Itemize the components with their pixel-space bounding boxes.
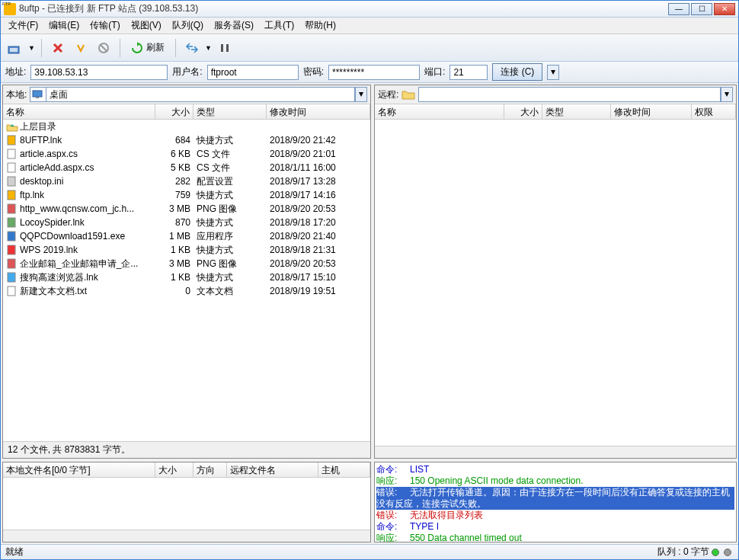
refresh-label: 刷新 xyxy=(146,41,165,54)
disconnect-icon[interactable] xyxy=(48,38,68,58)
svg-rect-8 xyxy=(8,149,15,158)
log-pane[interactable]: 命令:LIST响应:150 Opening ASCII mode data co… xyxy=(374,462,737,542)
queue-list[interactable] xyxy=(3,478,370,530)
remote-file-list[interactable] xyxy=(375,120,736,446)
parent-dir[interactable]: 上层目录 xyxy=(3,120,370,133)
log-line: 错误:无法取得目录列表 xyxy=(376,510,734,521)
maximize-button[interactable]: ☐ xyxy=(691,3,712,15)
local-path-input[interactable] xyxy=(46,87,355,102)
reconnect-icon[interactable] xyxy=(71,38,91,58)
remote-path-input[interactable] xyxy=(418,87,721,102)
abort-icon[interactable] xyxy=(94,38,114,58)
file-row[interactable]: http_www.qcnsw.com_jc.h...3 MBPNG 图像2018… xyxy=(3,202,370,216)
col-size[interactable]: 大小 xyxy=(504,104,542,119)
col-remotename[interactable]: 远程文件名 xyxy=(227,462,318,477)
col-type[interactable]: 类型 xyxy=(542,104,611,119)
svg-rect-9 xyxy=(8,163,15,172)
connect-icon[interactable] xyxy=(5,38,25,58)
window-title: 8uftp - 已连接到 新 FTP 站点 (39.108.53.13) xyxy=(19,2,668,15)
remote-path-dropdown[interactable]: ▾ xyxy=(721,87,733,102)
minimize-button[interactable]: — xyxy=(668,3,689,15)
pause-icon[interactable] xyxy=(215,38,235,58)
menu-item[interactable]: 文件(F) xyxy=(4,18,43,34)
svg-rect-5 xyxy=(33,91,42,97)
file-row[interactable]: WPS 2019.lnk1 KB快捷方式2018/9/18 21:31 xyxy=(3,243,370,257)
svg-rect-3 xyxy=(221,44,223,52)
file-row[interactable]: 新建文本文档.txt0文本文档2018/9/19 19:51 xyxy=(3,284,370,298)
password-input[interactable] xyxy=(328,65,420,80)
menu-item[interactable]: 帮助(H) xyxy=(300,18,341,34)
file-row[interactable]: LocoySpider.lnk870快捷方式2018/9/18 17:20 xyxy=(3,216,370,229)
log-line: 错误:无法打开传输通道。原因：由于连接方在一段时间后没有正确答复或连接的主机没有… xyxy=(376,487,734,510)
col-size[interactable]: 大小 xyxy=(155,462,194,477)
connect-dropdown[interactable]: ▾ xyxy=(547,65,559,80)
led-idle-icon xyxy=(724,549,731,556)
refresh-button[interactable]: 刷新 xyxy=(126,40,169,56)
svg-rect-4 xyxy=(226,44,229,52)
col-type[interactable]: 类型 xyxy=(194,104,267,119)
log-line: 命令:TYPE I xyxy=(376,521,734,533)
status-queue: 队列 : 0 字节 xyxy=(657,546,709,558)
menu-item[interactable]: 队列(Q) xyxy=(168,18,208,34)
svg-rect-14 xyxy=(8,232,15,241)
col-name[interactable]: 名称 xyxy=(375,104,504,119)
svg-rect-15 xyxy=(8,245,15,254)
local-path-dropdown[interactable]: ▾ xyxy=(355,87,367,102)
svg-rect-13 xyxy=(8,218,15,227)
col-perm[interactable]: 权限 xyxy=(692,104,736,119)
port-label: 端口: xyxy=(424,66,445,78)
folder-icon xyxy=(401,88,415,101)
col-mtime[interactable]: 修改时间 xyxy=(267,104,370,119)
svg-rect-18 xyxy=(8,286,15,296)
status-ready: 就绪 xyxy=(5,546,24,558)
connect-button[interactable]: 连接 (C) xyxy=(492,63,542,81)
col-mtime[interactable]: 修改时间 xyxy=(611,104,692,119)
svg-rect-7 xyxy=(8,136,15,145)
col-dir[interactable]: 方向 xyxy=(194,462,227,477)
svg-rect-16 xyxy=(8,259,15,268)
queue-pane: 本地文件名[0/0 字节] 大小 方向 远程文件名 主机 xyxy=(2,462,371,542)
menu-item[interactable]: 传输(T) xyxy=(85,18,124,34)
led-connected-icon xyxy=(712,549,719,556)
password-label: 密码: xyxy=(303,66,324,78)
col-localname[interactable]: 本地文件名[0/0 字节] xyxy=(3,462,155,477)
menu-item[interactable]: 服务器(S) xyxy=(210,18,258,34)
local-list-header: 名称 大小 类型 修改时间 xyxy=(3,104,370,120)
svg-rect-11 xyxy=(8,190,15,200)
connection-bar: 地址: 用户名: 密码: 端口: 连接 (C) ▾ xyxy=(1,62,738,83)
local-label: 本地: xyxy=(6,88,27,101)
dropdown-icon[interactable]: ▼ xyxy=(205,44,212,52)
file-row[interactable]: 8UFTP.lnk684快捷方式2018/9/20 21:42 xyxy=(3,133,370,147)
app-icon xyxy=(4,3,16,15)
svg-rect-12 xyxy=(8,204,15,213)
queue-scroll-h[interactable] xyxy=(3,530,370,542)
refresh-icon xyxy=(131,42,143,54)
remote-label: 远程: xyxy=(378,88,398,101)
remote-scroll-h[interactable] xyxy=(375,446,736,458)
file-row[interactable]: desktop.ini282配置设置2018/9/17 13:28 xyxy=(3,174,370,188)
statusbar: 就绪 队列 : 0 字节 xyxy=(1,544,738,559)
file-row[interactable]: article.aspx.cs6 KBCS 文件2018/9/20 21:01 xyxy=(3,147,370,161)
transfer-mode-icon[interactable] xyxy=(182,38,202,58)
file-row[interactable]: QQPCDownload1591.exe1 MB应用程序2018/9/20 21… xyxy=(3,229,370,243)
log-line: 命令:LIST xyxy=(376,464,734,475)
desktop-icon xyxy=(32,89,44,100)
toolbar: ▼ 刷新 ▼ xyxy=(1,34,738,62)
file-row[interactable]: 搜狗高速浏览器.lnk1 KB快捷方式2018/9/17 15:10 xyxy=(3,270,370,284)
username-input[interactable] xyxy=(207,65,299,80)
menu-item[interactable]: 编辑(E) xyxy=(44,18,84,34)
close-button[interactable]: ✕ xyxy=(714,3,735,15)
menu-item[interactable]: 工具(T) xyxy=(260,18,299,34)
file-row[interactable]: 企业邮箱_企业邮箱申请_企...3 MBPNG 图像2018/9/20 20:5… xyxy=(3,257,370,270)
port-input[interactable] xyxy=(449,65,488,80)
local-file-list[interactable]: 上层目录8UFTP.lnk684快捷方式2018/9/20 21:42artic… xyxy=(3,120,370,441)
col-name[interactable]: 名称 xyxy=(3,104,155,119)
col-size[interactable]: 大小 xyxy=(155,104,194,119)
dropdown-icon[interactable]: ▼ xyxy=(28,44,35,52)
col-host[interactable]: 主机 xyxy=(318,462,370,477)
file-row[interactable]: ftp.lnk759快捷方式2018/9/17 14:16 xyxy=(3,188,370,202)
svg-rect-10 xyxy=(8,177,15,186)
address-input[interactable] xyxy=(30,65,168,80)
menu-item[interactable]: 视图(V) xyxy=(126,18,166,34)
file-row[interactable]: articleAdd.aspx.cs5 KBCS 文件2018/1/11 16:… xyxy=(3,161,370,174)
